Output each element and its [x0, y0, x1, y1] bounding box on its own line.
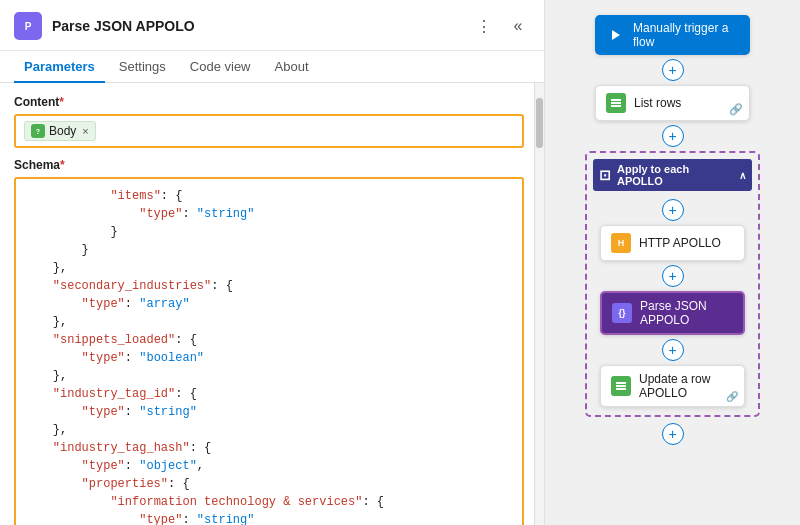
svg-rect-10: [616, 388, 626, 390]
code-line: "information technology & services": {: [24, 493, 514, 511]
svg-rect-7: [611, 105, 621, 107]
code-line: "type": "string": [24, 403, 514, 421]
apply-each-label: Apply to eachAPOLLO: [617, 163, 689, 187]
http-icon: H: [611, 233, 631, 253]
code-line: }: [24, 223, 514, 241]
expand-icon[interactable]: ∧: [739, 170, 746, 181]
plus-after-trigger[interactable]: +: [662, 59, 684, 81]
code-line: "secondary_industries": {: [24, 277, 514, 295]
code-line: "industry_tag_id": {: [24, 385, 514, 403]
content-label: Content*: [14, 95, 524, 109]
tab-about[interactable]: About: [265, 51, 319, 83]
code-line: "type": "object",: [24, 457, 514, 475]
apply-each-icon: ⊡: [599, 167, 611, 183]
tab-code-view[interactable]: Code view: [180, 51, 261, 83]
right-panel: Manually trigger a flow + List rows 🔗 + …: [545, 0, 800, 525]
scrollbar-track[interactable]: [534, 83, 544, 525]
code-line: }: [24, 241, 514, 259]
plus-after-parse[interactable]: +: [662, 339, 684, 361]
app-icon: P: [14, 12, 42, 40]
content-field[interactable]: ? Body ×: [14, 114, 524, 148]
svg-rect-5: [611, 99, 621, 101]
update-row-link-icon: 🔗: [726, 391, 738, 402]
svg-text:?: ?: [36, 128, 40, 135]
flow-node-list-rows: List rows 🔗 +: [595, 85, 750, 151]
collapse-button[interactable]: «: [506, 14, 530, 38]
body-tag: ? Body ×: [24, 121, 96, 141]
panel-title: Parse JSON APPOLO: [52, 18, 462, 34]
body-tag-label: Body: [49, 124, 76, 138]
plus-inside-apply[interactable]: +: [662, 199, 684, 221]
body-tag-close[interactable]: ×: [82, 125, 88, 137]
svg-rect-6: [611, 102, 621, 104]
code-line: "type": "array": [24, 295, 514, 313]
parse-json-label: Parse JSON APPOLO: [640, 299, 733, 327]
panel-header: P Parse JSON APPOLO ⋮ «: [0, 0, 544, 51]
list-rows-node[interactable]: List rows 🔗: [595, 85, 750, 121]
update-row-node[interactable]: Update a row APOLLO 🔗: [600, 365, 745, 407]
code-line: "properties": {: [24, 475, 514, 493]
svg-marker-4: [612, 30, 620, 40]
code-line: "type": "string": [24, 205, 514, 223]
more-options-button[interactable]: ⋮: [472, 14, 496, 38]
code-line: },: [24, 259, 514, 277]
schema-code-box[interactable]: "items": { "type": "string" } } }, "seco…: [14, 177, 524, 525]
trigger-icon: [605, 25, 625, 45]
link-icon: 🔗: [729, 103, 743, 116]
code-line: "type": "boolean": [24, 349, 514, 367]
trigger-label: Manually trigger a flow: [633, 21, 740, 49]
http-node[interactable]: H HTTP APOLLO: [600, 225, 745, 261]
update-row-icon: [611, 376, 631, 396]
schema-label: Schema*: [14, 158, 524, 172]
code-line: },: [24, 313, 514, 331]
code-line: "type": "string": [24, 511, 514, 525]
flow-node-trigger: Manually trigger a flow +: [595, 15, 750, 85]
list-rows-label: List rows: [634, 96, 681, 110]
plus-after-apply[interactable]: +: [662, 423, 684, 445]
tab-parameters[interactable]: Parameters: [14, 51, 105, 83]
apply-each-container[interactable]: ⊡ Apply to eachAPOLLO ∧ + H HTTP APOLLO …: [585, 151, 760, 417]
code-line: },: [24, 421, 514, 439]
form-area: Content* ? Body × Schema* "items": {: [0, 83, 544, 525]
code-line: "snippets_loaded": {: [24, 331, 514, 349]
parse-json-node[interactable]: {} Parse JSON APPOLO: [600, 291, 745, 335]
left-panel: P Parse JSON APPOLO ⋮ « Parameters Setti…: [0, 0, 545, 525]
svg-rect-9: [616, 385, 626, 387]
http-label: HTTP APOLLO: [639, 236, 721, 250]
tabs-bar: Parameters Settings Code view About: [0, 51, 544, 83]
code-line: },: [24, 367, 514, 385]
apply-each-header: ⊡ Apply to eachAPOLLO ∧: [593, 159, 752, 191]
code-line: "items": {: [24, 187, 514, 205]
tab-settings[interactable]: Settings: [109, 51, 176, 83]
parse-json-icon: {}: [612, 303, 632, 323]
scrollbar-thumb[interactable]: [536, 98, 543, 148]
header-icons: ⋮ «: [472, 14, 530, 38]
list-rows-icon: [606, 93, 626, 113]
plus-after-http[interactable]: +: [662, 265, 684, 287]
update-row-label: Update a row APOLLO: [639, 372, 734, 400]
svg-rect-8: [616, 382, 626, 384]
svg-text:P: P: [25, 21, 32, 32]
body-tag-icon: ?: [31, 124, 45, 138]
trigger-node[interactable]: Manually trigger a flow: [595, 15, 750, 55]
plus-after-list-rows[interactable]: +: [662, 125, 684, 147]
flow-node-apply-each: ⊡ Apply to eachAPOLLO ∧ + H HTTP APOLLO …: [585, 151, 760, 449]
code-line: "industry_tag_hash": {: [24, 439, 514, 457]
